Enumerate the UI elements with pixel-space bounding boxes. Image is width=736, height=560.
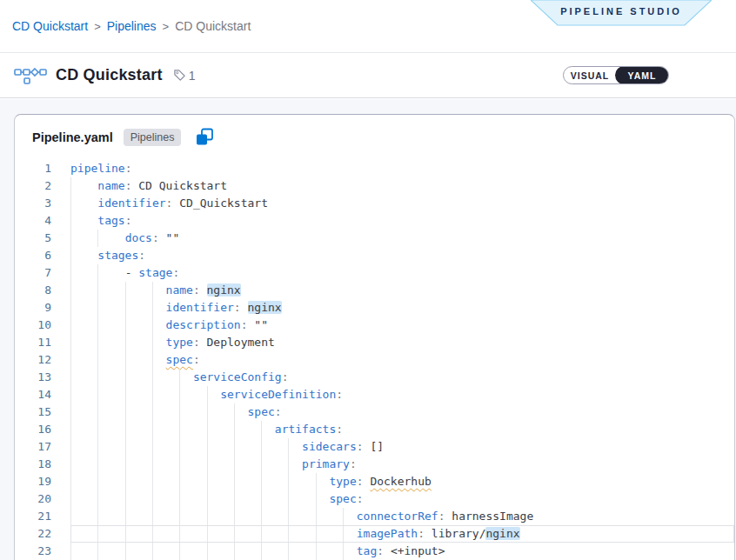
indent-guide [261,473,262,490]
indent-guide [152,403,153,421]
line-number: 6 [15,247,70,264]
indent-guide [207,386,208,403]
indent-guide [179,421,180,438]
indent-guide [125,543,126,560]
yaml-card-header: Pipeline.yaml Pipelines [15,115,734,148]
code-line[interactable]: primary: [70,456,734,473]
indent-guide [70,282,71,299]
indent-guide [97,438,98,456]
indent-guide [207,403,208,421]
code-line[interactable]: description: "" [70,317,734,334]
page-content: Pipeline.yaml Pipelines 1234567891011121… [0,99,736,560]
indent-guide [97,351,98,369]
indent-guide [97,299,98,317]
toggle-yaml-button[interactable]: YAML [615,66,669,84]
code-line[interactable]: tags: [70,212,734,230]
code-text: connectorRef: harnessImage [70,510,533,523]
copy-button[interactable] [195,128,214,147]
code-line[interactable]: identifier: nginx [70,299,734,317]
code-line[interactable]: imagePath: library/nginx [70,525,734,543]
code-line[interactable]: connectorRef: harnessImage [70,508,734,525]
indent-guide [152,508,153,525]
top-bar: CD Quickstart > Pipelines > CD Quickstar… [0,0,736,53]
tag-count-value: 1 [189,69,196,83]
page-title: CD Quickstart [56,66,163,84]
code-line[interactable]: identifier: CD_Quickstart [70,195,734,212]
pipeline-studio-tab[interactable]: PIPELINE STUDIO [531,0,712,26]
code-text: tags: [70,214,131,227]
code-line[interactable]: spec: [70,351,734,369]
code-text: stages: [70,249,145,262]
indent-guide [97,508,98,525]
code-line[interactable]: serviceConfig: [70,369,734,386]
chevron-right-icon: > [94,20,101,33]
indent-guide [125,421,126,438]
indent-guide [125,351,126,369]
code-line[interactable]: artifacts: [70,421,734,438]
code-line[interactable]: type: Dockerhub [70,473,734,490]
indent-guide [125,334,126,351]
code-text: name: nginx [70,283,241,297]
indent-guide [261,490,262,508]
line-number: 15 [15,403,70,421]
indent-guide [97,525,98,543]
indent-guide [152,543,153,560]
line-number: 12 [15,351,70,369]
indent-guide [152,456,153,473]
indent-guide [179,386,180,403]
indent-guide [97,317,98,334]
indent-guide [207,421,208,438]
code-line[interactable]: name: nginx [70,282,734,299]
code-line[interactable]: type: Deployment [70,334,734,351]
indent-guide [152,421,153,438]
breadcrumb-link-pipelines[interactable]: Pipelines [107,19,157,33]
code-line[interactable]: name: CD Quickstart [70,177,734,195]
indent-guide [234,508,235,525]
indent-guide [125,438,126,456]
indent-guide [97,386,98,403]
breadcrumb-link-cd-quickstart[interactable]: CD Quickstart [12,19,88,33]
code-text: pipeline: [70,162,131,175]
indent-guide [261,508,262,525]
line-number: 2 [15,177,70,195]
indent-guide [97,230,98,247]
line-number: 21 [15,508,70,525]
line-number: 17 [15,438,70,456]
code-line[interactable]: docs: "" [70,230,734,247]
code-line[interactable]: sidecars: [] [70,438,734,456]
indent-guide [125,473,126,490]
indent-guide [70,212,71,230]
indent-guide [179,456,180,473]
indent-guide [207,543,208,560]
code-line[interactable]: - stage: [70,264,734,282]
code-line[interactable]: tag: <+input> [70,543,734,560]
line-number: 22 [15,525,70,543]
indent-guide [70,317,71,334]
indent-guide [125,317,126,334]
indent-guide [288,473,289,490]
code-text: identifier: nginx [70,301,282,314]
code-line[interactable]: stages: [70,247,734,264]
indent-guide [234,456,235,473]
code-text: primary: [70,457,357,470]
toggle-visual-button[interactable]: VISUAL [564,67,616,83]
code-text: - stage: [70,266,179,279]
code-line[interactable]: pipeline: [70,160,734,177]
indent-guide [97,456,98,473]
indent-guide [70,230,71,247]
code-line[interactable]: spec: [70,490,734,508]
indent-guide [70,334,71,351]
code-text: imagePath: library/nginx [70,527,520,540]
indent-guide [97,334,98,351]
visual-yaml-toggle: VISUAL YAML [563,66,669,84]
code-lines[interactable]: pipeline: name: CD Quickstart identifier… [70,160,734,560]
indent-guide [152,369,153,386]
indent-guide [70,473,71,490]
indent-guide [70,299,71,317]
code-line[interactable]: spec: [70,403,734,421]
tags-count: 1 [173,69,196,83]
indent-guide [70,543,71,560]
code-line[interactable]: serviceDefinition: [70,386,734,403]
indent-guide [261,421,262,438]
line-number: 9 [15,299,70,317]
